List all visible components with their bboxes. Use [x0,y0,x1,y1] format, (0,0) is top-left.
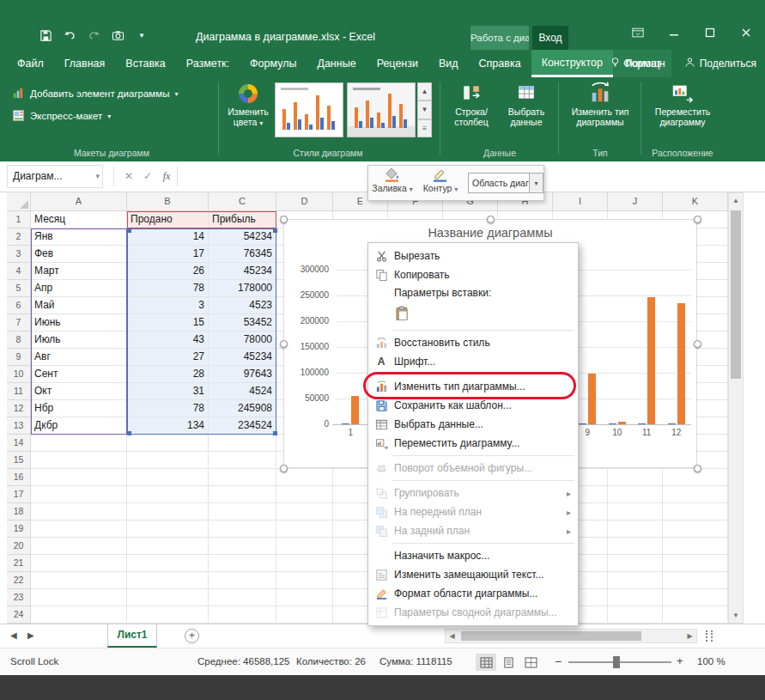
menu-item-change-chart-type[interactable]: Изменить тип диаграммы... [368,377,578,396]
ribbon-tab-formulas[interactable]: Формулы [240,50,307,77]
cell-C11[interactable]: 4524 [209,383,276,400]
fill-color-button[interactable]: Заливка ▾ [368,166,416,200]
cell-B21[interactable] [127,555,209,572]
row-header-4[interactable]: 4 [7,263,31,280]
cell-J20[interactable] [608,538,663,555]
maximize-icon[interactable] [703,26,717,40]
cell-B19[interactable] [127,520,209,538]
cell-B22[interactable] [127,572,209,589]
cell-B17[interactable] [127,486,209,503]
column-header-I[interactable]: I [553,192,608,211]
row-header-17[interactable]: 17 [7,486,31,503]
gallery-down-icon[interactable]: ▼ [417,100,432,119]
column-header-D[interactable]: D [276,192,333,211]
cell-K22[interactable] [663,572,728,589]
bar-pribyl-9[interactable] [588,374,596,424]
cell-C12[interactable]: 245908 [209,400,276,417]
row-header-8[interactable]: 8 [7,332,31,349]
menu-item-copy[interactable]: Копировать [368,265,578,284]
menu-item-cut[interactable]: Вырезать [368,247,578,265]
selection-handle[interactable] [694,216,701,223]
bar-prodano-11[interactable] [638,423,646,425]
menu-item-alt-text[interactable]: Изменить замещающий текст... [368,565,578,584]
cell-A13[interactable]: Дкбр [31,417,127,435]
cell-A20[interactable] [31,538,127,555]
cell-B20[interactable] [127,538,209,555]
ribbon-tab-view[interactable]: Вид [428,50,469,77]
row-header-1[interactable]: 1 [7,211,31,228]
row-header-14[interactable]: 14 [7,435,31,452]
row-header-13[interactable]: 13 [7,417,31,435]
cell-B1[interactable]: Продано [127,211,209,228]
bar-prodano-9[interactable] [579,423,586,425]
row-header-16[interactable]: 16 [7,469,31,486]
cell-J17[interactable] [608,486,663,503]
zoom-slider-thumb[interactable] [613,656,620,668]
bar-pribyl-10[interactable] [618,422,626,424]
cell-D20[interactable] [276,538,333,555]
zoom-in-icon[interactable]: + [677,654,683,667]
cell-C6[interactable]: 4523 [209,297,276,314]
cell-C7[interactable]: 53452 [209,314,276,332]
cell-A15[interactable] [31,452,127,469]
cell-C24[interactable] [209,606,276,624]
menu-item-assign-macro[interactable]: Назначить макрос... [368,546,578,565]
cell-J19[interactable] [608,520,663,538]
cell-B15[interactable] [127,452,209,469]
vertical-scroll-thumb[interactable] [731,210,741,379]
cell-A19[interactable] [31,520,127,538]
cell-C22[interactable] [209,572,276,589]
menu-item-paste-option[interactable] [368,301,578,327]
cell-J18[interactable] [608,503,663,520]
zoom-out-icon[interactable]: − [555,654,562,668]
cell-A18[interactable] [31,503,127,520]
cell-A4[interactable]: Март [31,263,127,280]
row-header-12[interactable]: 12 [7,400,31,417]
cell-D22[interactable] [276,572,333,589]
cell-C16[interactable] [209,469,276,486]
vertical-scrollbar[interactable]: ▲ ▼ [728,192,744,624]
ribbon-tab-data[interactable]: Данные [307,50,366,77]
cell-C8[interactable]: 78000 [209,332,276,349]
cell-C19[interactable] [209,520,276,538]
column-header-J[interactable]: J [608,192,663,211]
ribbon-tab-layout[interactable]: Разметк: [176,50,240,77]
close-icon[interactable] [739,26,753,40]
menu-item-reset-style[interactable]: Восстановить стиль [368,333,578,352]
row-header-20[interactable]: 20 [7,538,31,555]
cell-B16[interactable] [127,469,209,486]
cell-B18[interactable] [127,503,209,520]
cell-A11[interactable]: Окт [31,383,127,400]
redo-icon[interactable] [86,27,101,43]
scroll-down-icon[interactable]: ▼ [729,608,743,623]
menu-item-select-data[interactable]: Выбрать данные... [368,415,578,434]
menu-item-font[interactable]: AШрифт... [368,352,578,371]
bar-pribyl-11[interactable] [647,297,655,424]
selection-handle[interactable] [694,340,701,348]
cell-C10[interactable]: 97643 [209,366,276,383]
cell-B13[interactable]: 134 [127,417,209,435]
help-assistant-tab[interactable]: Помощн [610,57,665,70]
cell-B24[interactable] [127,606,209,624]
row-header-22[interactable]: 22 [7,572,31,589]
cell-B7[interactable]: 15 [127,314,209,332]
cell-B14[interactable] [127,435,209,452]
cell-A22[interactable] [31,572,127,589]
cell-B3[interactable]: 17 [127,246,209,263]
selection-handle[interactable] [280,465,288,472]
chart-style-thumbnail-1[interactable] [275,82,343,137]
cell-B4[interactable]: 26 [127,263,209,280]
save-icon[interactable] [38,27,53,43]
cell-A1[interactable]: Месяц [31,211,127,228]
row-header-9[interactable]: 9 [7,349,31,366]
cell-K19[interactable] [663,520,728,538]
selection-handle[interactable] [694,465,701,472]
page-break-view-icon[interactable] [520,654,541,671]
bar-prodano-12[interactable] [668,423,676,425]
scroll-up-icon[interactable]: ▲ [729,193,743,208]
gallery-more-icon[interactable]: ≡ [417,119,432,137]
row-header-15[interactable]: 15 [7,452,31,469]
cell-A21[interactable] [31,555,127,572]
chart-title[interactable]: Название диаграммы [284,226,696,240]
cell-C17[interactable] [209,486,276,503]
